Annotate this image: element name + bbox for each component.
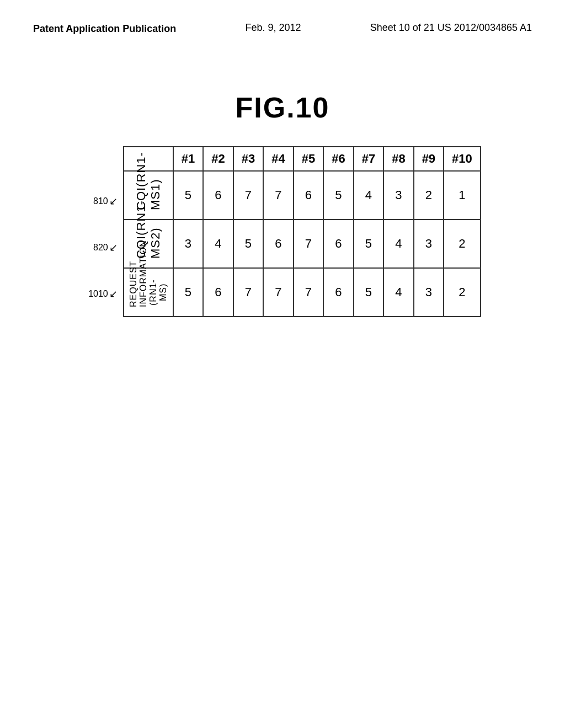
cell-r1-c5: 6 [323,220,353,268]
cell-r2-c1: 6 [203,268,233,317]
cell-r1-c4: 7 [294,220,323,268]
cell-r2-c9: 2 [444,268,481,317]
cell-r0-c9: 1 [444,171,481,220]
cell-r0-c4: 6 [294,171,323,220]
cell-r0-c7: 3 [383,171,413,220]
publication-date: Feb. 9, 2012 [246,22,301,34]
cell-r0-c1: 6 [203,171,233,220]
col-header-8: #8 [383,147,413,171]
cell-r2-c2: 7 [233,268,263,317]
sheet-info: Sheet 10 of 21 US 2012/0034865 A1 [370,22,532,34]
cell-r2-c8: 3 [414,268,444,317]
table-row: CQI(RN1-MS2)3456765432 [124,220,481,268]
col-header-2: #2 [203,147,233,171]
row-desc-2: REQUEST INFORMATION(RN1-MS) [124,268,173,317]
page-header: Patent Application Publication Feb. 9, 2… [0,0,565,47]
col-header-7: #7 [354,147,383,171]
cell-r1-c7: 4 [383,220,413,268]
main-content: 810↙820↙1010↙ #1 #2 #3 #4 #5 #6 #7 #8 #9… [0,146,565,317]
publication-title: Patent Application Publication [33,22,176,36]
cell-r0-c3: 7 [263,171,293,220]
figure-title: FIG.10 [0,91,565,124]
data-table: #1 #2 #3 #4 #5 #6 #7 #8 #9 #10 CQI(RN1-M… [123,146,481,317]
col-header-9: #9 [414,147,444,171]
col-header-1: #1 [173,147,203,171]
cell-r2-c6: 5 [354,268,383,317]
cell-r1-c2: 5 [233,220,263,268]
cell-r1-c3: 6 [263,220,293,268]
cell-r0-c0: 5 [173,171,203,220]
col-header-3: #3 [233,147,263,171]
cell-r1-c6: 5 [354,220,383,268]
cell-r1-c9: 2 [444,220,481,268]
table-row: REQUEST INFORMATION(RN1-MS)5677765432 [124,268,481,317]
cell-r2-c7: 4 [383,268,413,317]
row-label-810: 810↙ [88,178,118,224]
cell-r0-c6: 4 [354,171,383,220]
table-row: CQI(RN1-MS1)5677654321 [124,171,481,220]
cell-r0-c2: 7 [233,171,263,220]
cell-r0-c8: 2 [414,171,444,220]
cell-r0-c5: 5 [323,171,353,220]
col-header-10: #10 [444,147,481,171]
table-header-row: #1 #2 #3 #4 #5 #6 #7 #8 #9 #10 [124,147,481,171]
cell-r2-c4: 7 [294,268,323,317]
col-header-5: #5 [294,147,323,171]
cell-r1-c0: 3 [173,220,203,268]
table-wrapper: 810↙820↙1010↙ #1 #2 #3 #4 #5 #6 #7 #8 #9… [84,146,481,317]
cell-r2-c3: 7 [263,268,293,317]
cell-r1-c8: 3 [414,220,444,268]
col-header-4: #4 [263,147,293,171]
row-label-820: 820↙ [88,224,118,271]
cell-r2-c5: 6 [323,268,353,317]
cell-r2-c0: 5 [173,268,203,317]
row-label-1010: 1010↙ [88,271,118,317]
col-header-6: #6 [323,147,353,171]
cell-r1-c1: 4 [203,220,233,268]
